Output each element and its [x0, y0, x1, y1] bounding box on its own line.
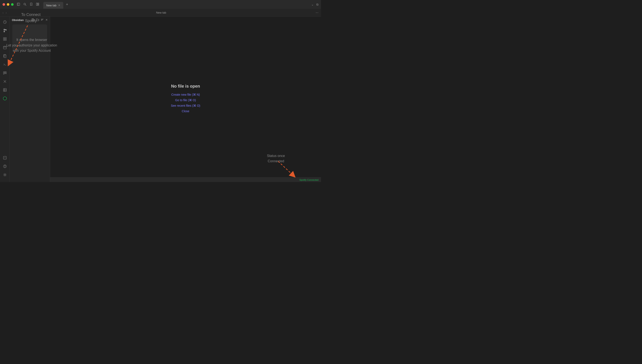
help-circle-icon[interactable] — [1, 154, 9, 162]
svg-rect-24 — [5, 72, 5, 74]
fullscreen-traffic-light[interactable] — [11, 3, 14, 6]
status-bar: Spotify Connected — [50, 177, 321, 182]
new-tab-button[interactable]: + — [64, 2, 70, 8]
vault-title: Obsidian — [12, 18, 24, 22]
svg-rect-12 — [4, 38, 5, 39]
svg-line-3 — [25, 5, 26, 6]
vault-thumbnail — [12, 24, 47, 50]
table-icon[interactable] — [1, 86, 9, 94]
tools-icon[interactable] — [1, 78, 9, 85]
nav-title: New tab — [7, 11, 315, 14]
settings-icon[interactable] — [1, 171, 9, 178]
svg-rect-13 — [5, 38, 6, 39]
tab-bar: New tab ✕ + — [43, 0, 311, 9]
nav-bar: ‹ › New tab ··· — [0, 9, 321, 16]
see-recent-files-link[interactable]: See recent files (⌘ O) — [171, 104, 200, 107]
svg-rect-28 — [4, 88, 6, 92]
git-icon[interactable] — [1, 27, 9, 34]
no-file-title: No file is open — [171, 84, 200, 89]
spotify-sidebar-icon[interactable] — [1, 94, 9, 102]
question-icon[interactable] — [1, 162, 9, 170]
file-panel: Obsidian ✕ — [10, 16, 50, 182]
main-content: No file is open Create new file (⌘ N) Go… — [50, 16, 321, 182]
svg-rect-4 — [36, 3, 37, 6]
kanban-icon[interactable] — [1, 69, 9, 77]
close-panel-button[interactable]: ✕ — [46, 18, 48, 22]
layout-icon[interactable] — [36, 3, 39, 6]
go-to-file-link[interactable]: Go to file (⌘ O) — [171, 98, 200, 102]
active-tab[interactable]: New tab ✕ — [43, 2, 63, 9]
calendar-icon[interactable] — [1, 44, 9, 51]
title-bar-right: ⌄ ⧉ — [311, 3, 318, 6]
sort-button[interactable] — [41, 18, 44, 22]
svg-rect-6 — [38, 4, 39, 6]
svg-point-37 — [4, 174, 5, 176]
app-body: Obsidian ✕ No file is open Create new fi… — [0, 16, 321, 182]
svg-rect-0 — [17, 3, 20, 6]
bookmark-icon[interactable] — [30, 3, 33, 6]
close-link[interactable]: Close — [171, 110, 200, 113]
tab-label: New tab — [46, 4, 57, 7]
spotify-connected-status: Spotify Connected — [299, 178, 318, 181]
dropdown-icon[interactable]: ⌄ — [311, 3, 314, 6]
open-folder-button[interactable] — [36, 18, 39, 22]
nav-more-button[interactable]: ··· — [316, 11, 318, 15]
back-button[interactable]: ‹ — [3, 11, 4, 14]
file-panel-header: Obsidian ✕ — [10, 16, 50, 24]
svg-rect-5 — [38, 3, 39, 4]
traffic-lights — [3, 3, 14, 6]
window-icons — [17, 3, 39, 6]
no-file-section: No file is open Create new file (⌘ N) Go… — [171, 84, 200, 115]
tab-close-button[interactable]: ✕ — [58, 4, 60, 7]
svg-rect-25 — [6, 72, 6, 74]
svg-rect-21 — [4, 55, 6, 58]
create-new-file-link[interactable]: Create new file (⌘ N) — [171, 93, 200, 96]
minimize-traffic-light[interactable] — [7, 3, 9, 6]
svg-rect-23 — [4, 72, 4, 74]
pages-icon[interactable] — [1, 52, 9, 60]
title-bar: New tab ✕ + ⌄ ⧉ — [0, 0, 321, 9]
svg-rect-14 — [4, 39, 5, 40]
close-traffic-light[interactable] — [3, 3, 5, 6]
nav-arrows: ‹ › — [3, 11, 7, 14]
new-note-button[interactable] — [32, 18, 34, 22]
sidebar-icons — [0, 16, 10, 182]
search-icon[interactable] — [23, 3, 26, 6]
sidebar-toggle-icon[interactable] — [17, 3, 20, 6]
terminal-icon[interactable] — [1, 61, 9, 68]
recent-icon[interactable] — [1, 18, 9, 26]
file-panel-actions: ✕ — [32, 18, 48, 22]
svg-rect-15 — [5, 39, 6, 40]
dashboard-icon[interactable] — [1, 35, 9, 43]
svg-rect-16 — [4, 46, 6, 49]
split-view-icon[interactable]: ⧉ — [316, 3, 318, 6]
